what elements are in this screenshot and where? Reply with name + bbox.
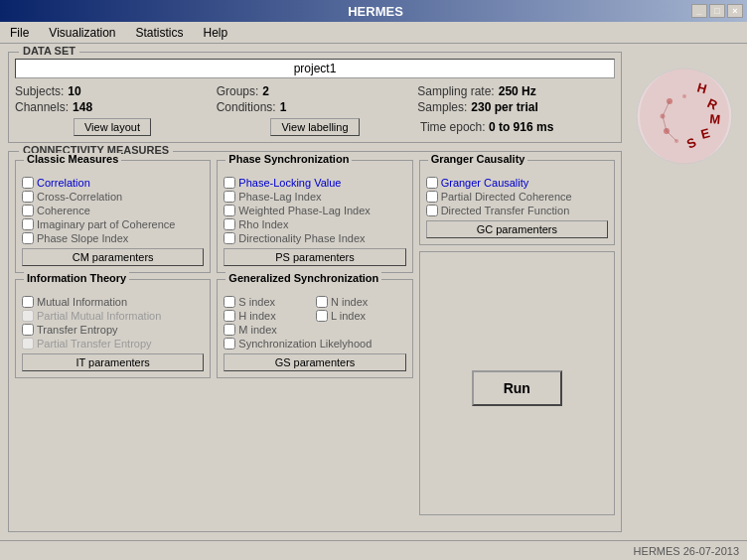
measure-item-n-index: N index xyxy=(316,296,406,308)
checkbox-m-index[interactable] xyxy=(224,324,235,336)
link-correlation[interactable]: Correlation xyxy=(37,177,90,189)
measure-item-directionality: Directionality Phase Index xyxy=(224,232,405,244)
measure-item-pte: Partial Transfer Entropy xyxy=(22,338,204,350)
time-epoch-value: 0 to 916 ms xyxy=(489,120,553,134)
measure-item-mi: Mutual Information xyxy=(22,296,204,308)
label-imaginary-coherence: Imaginary part of Coherence xyxy=(37,218,175,230)
label-s-index: S index xyxy=(238,296,275,308)
checkbox-rho[interactable] xyxy=(224,218,235,230)
checkbox-plv[interactable] xyxy=(224,177,235,189)
label-pmi: Partial Mutual Information xyxy=(37,310,161,322)
checkbox-dtf[interactable] xyxy=(426,205,438,216)
view-labelling-button[interactable]: View labelling xyxy=(270,118,359,136)
conditions-value: 1 xyxy=(280,100,287,114)
menu-statistics[interactable]: Statistics xyxy=(130,24,190,42)
checkbox-sync-likely[interactable] xyxy=(224,338,235,350)
subjects-value: 10 xyxy=(68,84,80,98)
information-theory-group: Information Theory Mutual Information Pa… xyxy=(15,279,211,378)
checkbox-directionality[interactable] xyxy=(224,232,235,244)
maximize-button[interactable]: □ xyxy=(709,4,725,18)
logo-panel: H R M E S xyxy=(630,52,739,532)
checkbox-cross-correlation[interactable] xyxy=(22,191,34,203)
hermes-logo: H R M E S xyxy=(635,62,734,171)
phase-sync-group: Phase Synchronization Phase-Locking Valu… xyxy=(217,160,412,273)
measure-item-wpli: Weighted Phase-Lag Index xyxy=(224,205,405,216)
label-coherence: Coherence xyxy=(37,205,90,216)
samples-value: 230 per trial xyxy=(471,100,537,114)
close-button[interactable]: × xyxy=(727,4,743,18)
link-gc[interactable]: Granger Causality xyxy=(441,177,529,189)
channels-label: Channels: xyxy=(15,100,69,114)
status-text: HERMES 26-07-2013 xyxy=(634,545,739,557)
checkbox-correlation[interactable] xyxy=(22,177,34,189)
groups-value: 2 xyxy=(262,84,269,98)
checkbox-phase-slope[interactable] xyxy=(22,232,34,244)
label-pte: Partial Transfer Entropy xyxy=(37,338,152,350)
checkbox-gc[interactable] xyxy=(426,177,438,189)
measure-item-h-index: H index xyxy=(224,310,314,322)
ps-params-button[interactable]: PS paramenters xyxy=(224,248,405,266)
generalized-label: Generalized Synchronization xyxy=(225,272,381,284)
label-dtf: Directed Transfer Function xyxy=(441,205,570,216)
svg-text:M: M xyxy=(709,111,721,127)
label-pli: Phase-Lag Index xyxy=(238,191,321,203)
label-directionality: Directionality Phase Index xyxy=(238,232,365,244)
svg-point-11 xyxy=(682,94,686,98)
run-area: Run xyxy=(419,251,615,515)
label-h-index: H index xyxy=(238,310,275,322)
measure-item-l-index: L index xyxy=(316,310,406,322)
measure-item-coherence: Coherence xyxy=(22,205,204,216)
label-m-index: M index xyxy=(238,324,277,336)
conditions-label: Conditions: xyxy=(217,100,276,114)
info-label: Information Theory xyxy=(24,272,129,284)
it-params-button[interactable]: IT paramenters xyxy=(22,353,204,371)
label-cross-correlation: Cross-Correlation xyxy=(37,191,122,203)
checkbox-pmi[interactable] xyxy=(22,310,34,322)
measure-item-imaginary-coherence: Imaginary part of Coherence xyxy=(22,218,204,230)
gc-params-button[interactable]: GC paramenters xyxy=(426,220,608,238)
checkbox-pdc[interactable] xyxy=(426,191,438,203)
checkbox-coherence[interactable] xyxy=(22,205,34,216)
measure-item-phase-slope: Phase Slope Index xyxy=(22,232,204,244)
checkbox-imaginary-coherence[interactable] xyxy=(22,218,34,230)
label-mi: Mutual Information xyxy=(37,296,127,308)
connectivity-group: CONNECTIVITY MEASURES Classic Measures C… xyxy=(8,151,622,532)
measure-item-cross-correlation: Cross-Correlation xyxy=(22,191,204,203)
title-bar: HERMES _ □ × xyxy=(0,0,747,22)
link-plv[interactable]: Phase-Locking Value xyxy=(238,177,341,189)
subjects-label: Subjects: xyxy=(15,84,64,98)
label-te: Transfer Entropy xyxy=(37,324,118,336)
menu-visualization[interactable]: Visualization xyxy=(43,24,121,42)
measure-item-gc: Granger Causality xyxy=(426,177,608,189)
checkbox-wpli[interactable] xyxy=(224,205,235,216)
dataset-label: DATA SET xyxy=(19,45,79,57)
status-bar: HERMES 26-07-2013 xyxy=(0,540,747,560)
classic-label: Classic Measures xyxy=(24,153,121,165)
checkbox-pli[interactable] xyxy=(224,191,235,203)
label-n-index: N index xyxy=(331,296,368,308)
granger-label: Granger Causality xyxy=(428,153,528,165)
checkbox-te[interactable] xyxy=(22,324,34,336)
cm-params-button[interactable]: CM paramenters xyxy=(22,248,204,266)
checkbox-n-index[interactable] xyxy=(316,296,328,308)
gs-params-button[interactable]: GS paramenters xyxy=(224,353,405,371)
granger-group: Granger Causality Granger Causality Part… xyxy=(419,160,615,245)
measure-item-sync-likely: Synchronization Likelyhood xyxy=(224,338,405,350)
minimize-button[interactable]: _ xyxy=(691,4,707,18)
checkbox-s-index[interactable] xyxy=(224,296,235,308)
checkbox-mi[interactable] xyxy=(22,296,34,308)
checkbox-pte[interactable] xyxy=(22,338,34,350)
label-rho: Rho Index xyxy=(238,218,288,230)
menu-help[interactable]: Help xyxy=(198,24,234,42)
menu-file[interactable]: File xyxy=(4,24,35,42)
label-pdc: Partial Directed Coherence xyxy=(441,191,572,203)
groups-label: Groups: xyxy=(217,84,259,98)
checkbox-l-index[interactable] xyxy=(316,310,328,322)
menu-bar: File Visualization Statistics Help xyxy=(0,22,747,44)
classic-measures-group: Classic Measures Correlation Cross-Corre… xyxy=(15,160,211,273)
run-button[interactable]: Run xyxy=(472,370,562,406)
samples-label: Samples: xyxy=(417,100,467,114)
checkbox-h-index[interactable] xyxy=(224,310,235,322)
view-layout-button[interactable]: View layout xyxy=(74,118,151,136)
generalized-sync-group: Generalized Synchronization S index N in… xyxy=(217,279,412,378)
